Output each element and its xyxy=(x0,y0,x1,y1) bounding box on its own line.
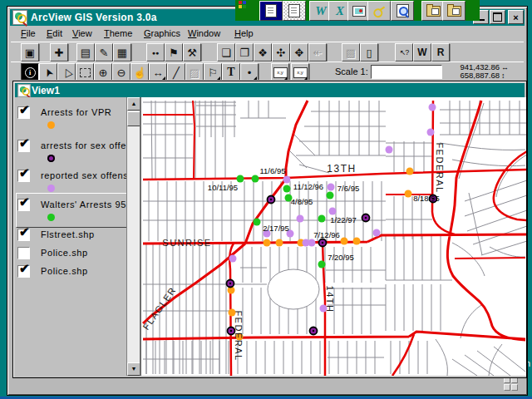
legend-scrollbar[interactable]: ▲ ▼ xyxy=(126,97,140,376)
zoom-active-theme-button[interactable]: ❐ xyxy=(235,43,254,62)
plum-arrest-marker[interactable] xyxy=(297,215,304,223)
orange-arrest-marker[interactable] xyxy=(276,239,283,247)
legend-checkbox[interactable] xyxy=(17,247,30,259)
scale-input[interactable] xyxy=(371,65,442,79)
scroll-down-button[interactable]: ▼ xyxy=(127,362,140,376)
zoom-out-extent-button[interactable]: ✥ xyxy=(290,43,308,62)
clear-selection-button[interactable]: ▯ xyxy=(360,43,378,62)
folder-button-1[interactable] xyxy=(421,1,445,21)
legend-checkbox[interactable]: ✔ xyxy=(17,265,30,278)
menu-window[interactable]: Window xyxy=(188,28,220,38)
legend-checkbox[interactable]: ✔ xyxy=(17,170,30,182)
open-theme-table-button[interactable]: ▦ xyxy=(113,43,131,62)
maximize-button[interactable] xyxy=(490,10,505,24)
zoom-full-extent-button[interactable]: ❏ xyxy=(217,43,235,62)
plum-arrest-marker[interactable] xyxy=(386,146,393,154)
orange-arrest-marker[interactable] xyxy=(406,168,414,175)
draw-point-tool-button[interactable]: • xyxy=(240,63,259,81)
menu-graphics[interactable]: Graphics xyxy=(144,28,180,38)
query-builder-button[interactable]: ⚒ xyxy=(183,43,201,62)
pointer-tool-button[interactable]: ➤ xyxy=(39,63,57,81)
theme-properties-button[interactable]: ▤ xyxy=(76,43,95,62)
zoom-in-tool-button[interactable]: ⊕ xyxy=(94,63,112,81)
legend-checkbox[interactable]: ✔ xyxy=(17,229,30,241)
scroll-thumb[interactable] xyxy=(127,111,140,126)
green-arrest-marker[interactable] xyxy=(252,175,259,183)
plum-arrest-marker[interactable] xyxy=(427,129,435,136)
menu-help[interactable]: Help xyxy=(234,28,254,38)
pointer-tool-icon: ➤ xyxy=(41,66,56,79)
xyz-callout-button-1[interactable]: x,y xyxy=(271,63,289,81)
toolbar-row-1: ▣✚▤✎▦●●⚑⚒❏❐❖✣✥↞▩▯↖?WR xyxy=(11,42,524,63)
pan-tool-button[interactable]: ☝ xyxy=(131,63,149,81)
orange-arrest-marker[interactable] xyxy=(405,190,412,198)
zoom-out-tool-button[interactable]: ⊖ xyxy=(112,63,131,81)
measure-tool-button[interactable]: ↔ xyxy=(149,63,167,81)
view1-titlebar[interactable]: View1 xyxy=(15,83,525,97)
close-button[interactable]: × xyxy=(508,10,524,24)
r-button[interactable]: R xyxy=(431,43,450,62)
orange-arrest-marker[interactable] xyxy=(341,238,348,245)
menu-file[interactable]: File xyxy=(21,28,36,38)
plum-arrest-marker[interactable] xyxy=(328,184,335,191)
green-arrest-marker[interactable] xyxy=(237,175,244,183)
plum-arrest-marker[interactable] xyxy=(283,176,291,184)
save-project-button[interactable]: ▣ xyxy=(21,43,39,62)
purple-marker-center xyxy=(322,242,323,244)
help-tool-button[interactable]: ↖? xyxy=(395,43,413,62)
menu-view[interactable]: View xyxy=(72,28,92,38)
map-svg[interactable]: 13THSUNRISEFLAGLERFEDERALFEDERAL14TH11/6… xyxy=(141,97,526,376)
locate-address-button[interactable]: ⚑ xyxy=(165,43,183,62)
zoom-previous-button[interactable]: ↞ xyxy=(308,43,327,62)
edit-legend-button[interactable]: ✎ xyxy=(95,43,113,62)
green-arrest-marker[interactable] xyxy=(318,261,326,268)
checkmark-icon: ✔ xyxy=(19,165,30,180)
zoom-in-extent-button[interactable]: ✣ xyxy=(272,43,290,62)
green-arrest-marker[interactable] xyxy=(283,185,291,193)
green-arrest-marker[interactable] xyxy=(327,192,334,200)
date-label: 11/12/96 xyxy=(293,182,323,191)
select-rect-tool-button[interactable] xyxy=(76,63,94,81)
green-arrest-marker[interactable] xyxy=(318,215,326,223)
legend-checkbox[interactable]: ✔ xyxy=(17,199,30,211)
resize-grip[interactable] xyxy=(504,377,519,391)
zoom-selected-button[interactable]: ❖ xyxy=(254,43,272,62)
snap-tool-button[interactable]: ▨ xyxy=(185,63,204,81)
menu-theme[interactable]: Theme xyxy=(104,28,132,38)
date-label: 1/22/97 xyxy=(330,215,357,224)
add-theme-button[interactable]: ✚ xyxy=(50,43,68,62)
plum-arrest-marker[interactable] xyxy=(329,208,337,215)
plum-arrest-marker[interactable] xyxy=(373,229,381,237)
vertex-edit-tool-button[interactable]: ▷ xyxy=(57,63,76,81)
find-button[interactable]: ●● xyxy=(146,43,165,62)
access-key-icon xyxy=(372,4,387,17)
green-arrest-marker[interactable] xyxy=(254,219,261,226)
select-rect-tool-icon xyxy=(80,68,91,77)
scroll-up-button[interactable]: ▲ xyxy=(127,97,140,111)
orange-arrest-marker[interactable] xyxy=(264,239,271,247)
draw-line-tool-icon: ╱ xyxy=(173,66,180,79)
label-tool-button[interactable]: ⚐ xyxy=(204,63,222,81)
plum-arrest-marker[interactable] xyxy=(229,255,237,263)
xyz-callout-button-2[interactable]: x,y xyxy=(291,63,309,81)
plum-arrest-marker[interactable] xyxy=(308,239,316,247)
plum-arrest-marker[interactable] xyxy=(429,104,436,111)
new-office-document-button[interactable] xyxy=(259,1,283,21)
draw-line-tool-button[interactable]: ╱ xyxy=(167,63,185,81)
select-features-button[interactable]: ▩ xyxy=(342,43,360,62)
text-tool-button[interactable]: T xyxy=(222,63,240,81)
access-key-button[interactable] xyxy=(367,1,391,21)
find-fast-button[interactable] xyxy=(391,1,414,21)
legend-checkbox[interactable]: ✔ xyxy=(17,106,30,119)
orange-arrest-marker[interactable] xyxy=(353,238,361,245)
open-office-document-button[interactable] xyxy=(283,1,306,21)
query-builder-icon: ⚒ xyxy=(187,47,197,59)
date-label: 10/11/95 xyxy=(208,183,238,192)
menu-edit[interactable]: Edit xyxy=(47,28,62,38)
folder-button-2[interactable] xyxy=(442,1,466,21)
map-canvas[interactable]: 13THSUNRISEFLAGLERFEDERALFEDERAL14TH11/6… xyxy=(140,97,525,376)
office-logo-icon[interactable] xyxy=(239,1,246,8)
legend-checkbox[interactable]: ✔ xyxy=(17,140,30,152)
identify-tool-button[interactable]: i xyxy=(21,63,39,81)
w-button[interactable]: W xyxy=(413,43,431,62)
